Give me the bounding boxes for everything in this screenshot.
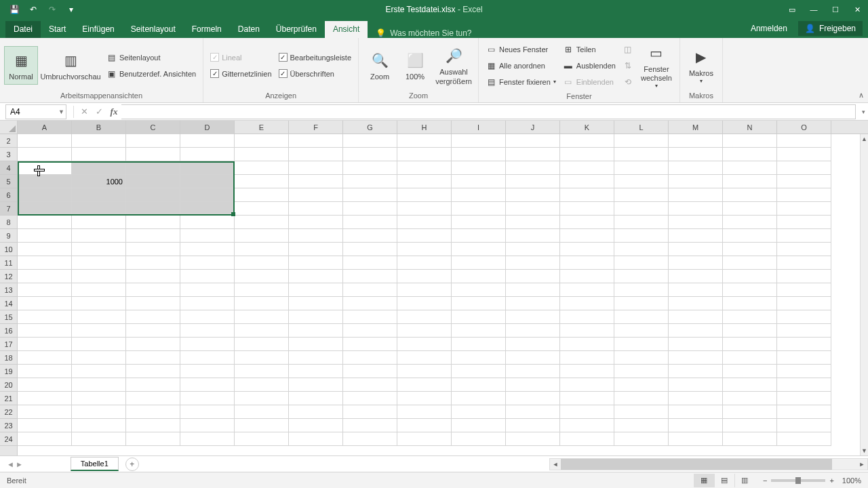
close-button[interactable]: ✕ — [846, 0, 868, 19]
cell-F16[interactable] — [289, 324, 343, 338]
row-header-9[interactable]: 9 — [0, 229, 17, 243]
cell-L21[interactable] — [614, 392, 669, 405]
scrollbar-track[interactable] — [561, 459, 856, 470]
cell-H19[interactable] — [397, 365, 452, 378]
view-custom-button[interactable]: ▣ Benutzerdef. Ansichten — [103, 66, 199, 81]
cell-I15[interactable] — [452, 310, 506, 324]
cell-F8[interactable] — [289, 216, 343, 229]
cell-C11[interactable] — [126, 256, 180, 270]
cell-B9[interactable] — [72, 229, 126, 243]
cell-M9[interactable] — [669, 229, 723, 243]
cell-G11[interactable] — [343, 256, 397, 270]
cell-A5[interactable] — [18, 175, 72, 188]
cell-D11[interactable] — [180, 256, 235, 270]
cell-N2[interactable] — [723, 134, 777, 148]
cell-M6[interactable] — [669, 188, 723, 202]
cell-M8[interactable] — [669, 216, 723, 229]
cell-E8[interactable] — [235, 216, 289, 229]
cell-D5[interactable] — [180, 175, 235, 188]
cell-K8[interactable] — [560, 216, 614, 229]
cell-M10[interactable] — [669, 243, 723, 256]
select-all-button[interactable] — [0, 121, 18, 134]
cell-N7[interactable] — [723, 202, 777, 216]
cell-F2[interactable] — [289, 134, 343, 148]
cell-B8[interactable] — [72, 216, 126, 229]
cell-C3[interactable] — [126, 148, 180, 161]
view-page-layout-button[interactable]: ▤ Seitenlayout — [103, 50, 199, 65]
cell-K5[interactable] — [560, 175, 614, 188]
cell-F6[interactable] — [289, 188, 343, 202]
minimize-button[interactable]: — — [803, 0, 825, 19]
cell-D2[interactable] — [180, 134, 235, 148]
cell-A9[interactable] — [18, 229, 72, 243]
cell-O19[interactable] — [777, 365, 831, 378]
cell-D20[interactable] — [180, 378, 235, 392]
cell-G5[interactable] — [343, 175, 397, 188]
cell-B24[interactable] — [72, 432, 126, 446]
cell-E14[interactable] — [235, 297, 289, 310]
cell-J6[interactable] — [506, 188, 560, 202]
cell-N8[interactable] — [723, 216, 777, 229]
cell-F11[interactable] — [289, 256, 343, 270]
cell-D17[interactable] — [180, 338, 235, 351]
cell-A22[interactable] — [18, 405, 72, 419]
cell-C16[interactable] — [126, 324, 180, 338]
column-header-E[interactable]: E — [235, 121, 289, 134]
cell-D3[interactable] — [180, 148, 235, 161]
cell-I10[interactable] — [452, 243, 506, 256]
cell-F23[interactable] — [289, 419, 343, 432]
cell-N16[interactable] — [723, 324, 777, 338]
cell-N21[interactable] — [723, 392, 777, 405]
cell-K11[interactable] — [560, 256, 614, 270]
cell-N20[interactable] — [723, 378, 777, 392]
row-header-10[interactable]: 10 — [0, 243, 17, 256]
cell-B5[interactable]: 1000 — [72, 175, 126, 188]
cell-N22[interactable] — [723, 405, 777, 419]
cell-O18[interactable] — [777, 351, 831, 365]
cell-E3[interactable] — [235, 148, 289, 161]
cell-B16[interactable] — [72, 324, 126, 338]
cell-D10[interactable] — [180, 243, 235, 256]
cell-A2[interactable] — [18, 134, 72, 148]
cell-M16[interactable] — [669, 324, 723, 338]
cell-B12[interactable] — [72, 270, 126, 283]
cell-L7[interactable] — [614, 202, 669, 216]
cell-E5[interactable] — [235, 175, 289, 188]
cell-G10[interactable] — [343, 243, 397, 256]
tab-ansicht[interactable]: Ansicht — [325, 21, 368, 38]
cell-E17[interactable] — [235, 338, 289, 351]
row-header-3[interactable]: 3 — [0, 148, 17, 161]
cell-H12[interactable] — [397, 270, 452, 283]
cell-N12[interactable] — [723, 270, 777, 283]
cell-O8[interactable] — [777, 216, 831, 229]
cell-J13[interactable] — [506, 283, 560, 297]
row-header-12[interactable]: 12 — [0, 270, 17, 283]
zoom-slider-track[interactable] — [771, 479, 825, 482]
cell-G6[interactable] — [343, 188, 397, 202]
cell-O17[interactable] — [777, 338, 831, 351]
cell-K10[interactable] — [560, 243, 614, 256]
cell-O22[interactable] — [777, 405, 831, 419]
scrollbar-thumb[interactable] — [561, 459, 832, 470]
cell-M15[interactable] — [669, 310, 723, 324]
prev-sheet-button[interactable]: ◄ — [7, 460, 14, 468]
cell-I3[interactable] — [452, 148, 506, 161]
cell-H16[interactable] — [397, 324, 452, 338]
column-header-G[interactable]: G — [343, 121, 397, 134]
cell-B23[interactable] — [72, 419, 126, 432]
row-header-18[interactable]: 18 — [0, 351, 17, 365]
sheet-tab-tabelle1[interactable]: Tabelle1 — [71, 457, 119, 471]
cell-F7[interactable] — [289, 202, 343, 216]
cell-J5[interactable] — [506, 175, 560, 188]
cell-C7[interactable] — [126, 202, 180, 216]
cell-B4[interactable] — [72, 161, 126, 175]
cell-O4[interactable] — [777, 161, 831, 175]
cell-D14[interactable] — [180, 297, 235, 310]
cell-O23[interactable] — [777, 419, 831, 432]
cell-C21[interactable] — [126, 392, 180, 405]
cell-G8[interactable] — [343, 216, 397, 229]
tell-me-search[interactable]: 💡 Was möchten Sie tun? — [368, 28, 479, 38]
cell-F17[interactable] — [289, 338, 343, 351]
cell-H14[interactable] — [397, 297, 452, 310]
cell-E21[interactable] — [235, 392, 289, 405]
